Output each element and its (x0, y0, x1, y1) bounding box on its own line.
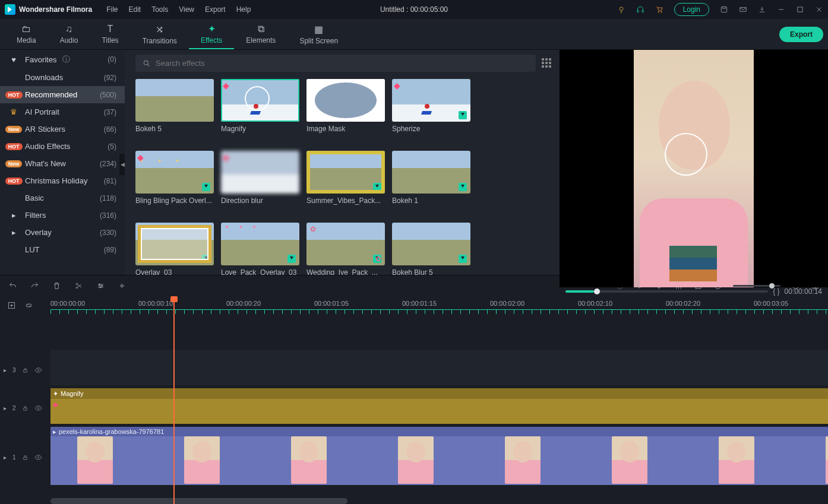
download-arrow-icon[interactable] (202, 255, 210, 263)
track-1[interactable]: ▸pexels-karolina-grabowska-7976781 (50, 427, 828, 485)
sidebar-item-filters[interactable]: ▸Filters(316) (0, 207, 125, 224)
download-arrow-icon[interactable] (459, 111, 467, 119)
menu-edit[interactable]: Edit (128, 5, 141, 14)
lock-icon[interactable] (22, 405, 29, 411)
effect-bokeh-5[interactable]: Bokeh 5 (135, 79, 214, 133)
settings-icon[interactable] (96, 281, 105, 290)
effect-clip-magnify[interactable]: ✦Magnify ◆ (50, 388, 828, 424)
delete-icon[interactable] (52, 281, 61, 290)
effect-thumbnail[interactable] (221, 223, 299, 265)
timeline-ruler[interactable]: 00:00:00:0000:00:00:1000:00:00:2000:00:0… (50, 296, 828, 314)
effect-thumbnail[interactable] (392, 223, 470, 265)
effect-bokeh-blur-5[interactable]: Bokeh Blur 5 (392, 223, 470, 275)
effect-spherize[interactable]: ◆Spherize (392, 79, 470, 133)
search-effects[interactable] (135, 55, 536, 72)
login-button[interactable]: Login (674, 3, 709, 16)
effect-summer-vibes-pack-[interactable]: Summer_Vibes_Pack... (306, 151, 385, 205)
sidebar-item-christmas-holiday[interactable]: HOTChristmas Holiday(81) (0, 172, 125, 189)
effect-direction-blur[interactable]: ◆Direction blur (221, 151, 299, 205)
effect-thumbnail[interactable]: ◆ (135, 151, 214, 194)
auto-ripple-icon[interactable] (7, 301, 16, 310)
headphones-icon[interactable] (636, 5, 644, 14)
effect-image-mask[interactable]: Image Mask (306, 79, 385, 133)
tab-splitscreen[interactable]: ▦Split Screen (287, 19, 350, 49)
grid-view-toggle[interactable] (542, 58, 552, 69)
tab-audio[interactable]: ♫Audio (48, 19, 90, 49)
zoom-slider[interactable] (733, 285, 780, 287)
sidebar-collapse-toggle[interactable]: ◀ (119, 154, 125, 175)
mail-icon[interactable] (739, 5, 747, 14)
tab-media[interactable]: 🗀Media (5, 19, 48, 49)
download-arrow-icon[interactable] (373, 183, 381, 191)
link-icon[interactable] (24, 301, 33, 310)
download-icon[interactable] (758, 5, 766, 14)
menu-help[interactable]: Help (236, 5, 251, 14)
track-3[interactable] (50, 350, 828, 385)
effect-thumbnail[interactable] (135, 79, 214, 122)
effect-thumbnail[interactable]: ◆ (221, 151, 299, 194)
effect-thumbnail[interactable]: ◆ (392, 79, 470, 122)
effect-thumbnail[interactable] (392, 151, 470, 194)
video-clip[interactable]: ▸pexels-karolina-grabowska-7976781 (50, 427, 828, 485)
preview-canvas[interactable] (560, 50, 828, 287)
export-button[interactable]: Export (779, 27, 823, 42)
timeline-scrollbar[interactable] (50, 498, 347, 504)
save-icon[interactable] (720, 5, 728, 14)
track2-play-icon[interactable]: ▸ (4, 405, 7, 411)
effect-bokeh-1[interactable]: Bokeh 1 (392, 151, 470, 205)
effect-thumbnail[interactable] (135, 223, 214, 265)
eye-icon[interactable] (34, 366, 42, 374)
split-icon[interactable] (74, 281, 83, 290)
effect-overlay-03[interactable]: Overlay_03 (135, 223, 214, 275)
bulb-icon[interactable] (617, 5, 625, 14)
sidebar-item-lut[interactable]: LUT(89) (0, 241, 125, 258)
sidebar-item-recommended[interactable]: HOTRecommended(500) (0, 86, 125, 103)
tab-titles[interactable]: TTitles (90, 19, 130, 49)
menu-export[interactable]: Export (205, 5, 226, 14)
download-arrow-icon[interactable] (287, 255, 296, 263)
sidebar-item-downloads[interactable]: Downloads(92) (0, 69, 125, 86)
sidebar-item-ar-stickers[interactable]: NewAR Stickers(66) (0, 121, 125, 138)
info-icon[interactable]: ⓘ (62, 54, 70, 65)
eye-icon[interactable] (34, 404, 42, 412)
tab-effects[interactable]: ✦Effects (189, 19, 234, 49)
effect-thumbnail[interactable] (306, 223, 385, 265)
search-input[interactable] (156, 59, 529, 68)
sidebar-item-overlay[interactable]: ▸Overlay(330) (0, 224, 125, 241)
lock-icon[interactable] (22, 367, 29, 373)
menu-file[interactable]: File (106, 5, 118, 14)
minimize-icon[interactable] (777, 5, 785, 14)
sidebar-item-what-s-new[interactable]: NewWhat's New(234) (0, 155, 125, 172)
tab-transitions[interactable]: ⤨Transitions (131, 19, 189, 49)
tab-elements[interactable]: ⧉Elements (234, 19, 287, 49)
sidebar-item-audio-effects[interactable]: HOTAudio Effects(5) (0, 138, 125, 155)
track1-play-icon[interactable]: ▸ (4, 454, 7, 461)
menu-tools[interactable]: Tools (151, 5, 168, 14)
sidebar-item-ai-portrait[interactable]: ♛AI Portrait(37) (0, 103, 125, 121)
effect-bling-bling-pack-overl-[interactable]: ◆Bling Bling Pack Overl... (135, 151, 214, 205)
effect-thumbnail[interactable] (306, 79, 385, 122)
effect-wedding-ive-pack-[interactable]: Wedding_Ive_Pack_... (306, 223, 385, 275)
sidebar-item-basic[interactable]: Basic(118) (0, 189, 125, 207)
menu-view[interactable]: View (179, 5, 194, 14)
cart-icon[interactable] (655, 5, 663, 14)
undo-icon[interactable] (8, 281, 17, 290)
close-icon[interactable] (815, 5, 823, 14)
track-2[interactable]: ✦Magnify ◆ (50, 388, 828, 424)
effect-thumbnail[interactable]: ◆ (221, 79, 299, 122)
eye-icon[interactable] (34, 454, 42, 461)
effect-love-pack-overlay-03[interactable]: Love_Pack_Overlay_03 (221, 223, 299, 275)
download-arrow-icon[interactable] (202, 183, 210, 191)
redo-icon[interactable] (30, 281, 39, 290)
download-arrow-icon[interactable] (459, 255, 467, 263)
sidebar-item-favorites[interactable]: ♥Favoritesⓘ(0) (0, 50, 125, 69)
effect-thumbnail[interactable] (306, 151, 385, 194)
preview-scrubber[interactable] (565, 290, 768, 293)
lock-icon[interactable] (22, 454, 29, 461)
maximize-icon[interactable] (796, 5, 804, 14)
download-arrow-icon[interactable] (459, 183, 467, 191)
download-arrow-icon[interactable] (373, 255, 381, 263)
audio-wave-icon[interactable] (118, 281, 127, 290)
playhead[interactable] (173, 296, 175, 504)
effect-magnify[interactable]: ◆Magnify (221, 79, 299, 133)
